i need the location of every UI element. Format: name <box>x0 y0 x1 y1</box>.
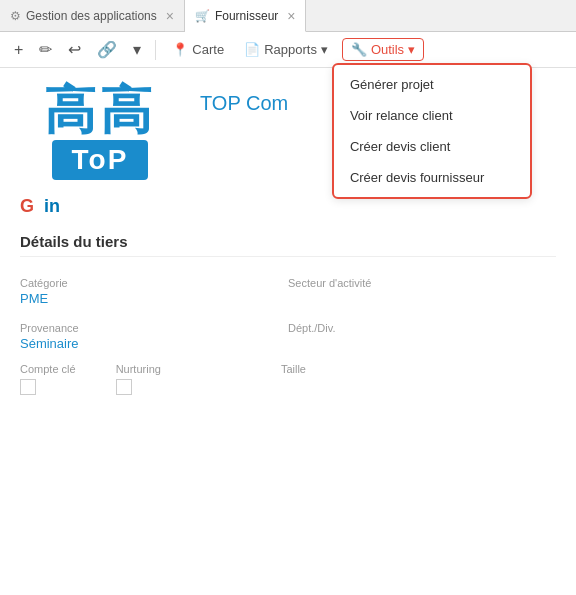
logo-chinese: 高高 <box>44 84 156 136</box>
secteur-label: Secteur d'activité <box>288 277 556 289</box>
carte-icon: 📍 <box>172 42 188 57</box>
outils-icon: 🔧 <box>351 42 367 57</box>
tab-fournisseur[interactable]: 🛒 Fournisseur × <box>185 0 307 32</box>
company-name: TOP Com <box>200 92 288 115</box>
taille-label: Taille <box>281 363 306 375</box>
social-icons: G in <box>20 196 556 217</box>
categorie-label: Catégorie <box>20 277 288 289</box>
compte-cle-checkbox[interactable] <box>20 379 36 395</box>
tab-fournisseur-close[interactable]: × <box>287 8 295 24</box>
taille-field: Taille <box>281 363 306 375</box>
menu-voir-relance[interactable]: Voir relance client <box>334 100 530 131</box>
edit-button[interactable]: ✏ <box>35 38 56 61</box>
menu-generer-projet[interactable]: Générer projet <box>334 69 530 100</box>
rapports-label: Rapports <box>264 42 317 57</box>
details-grid: Catégorie PME Secteur d'activité Provena… <box>20 269 556 359</box>
detail-dept: Dépt./Div. <box>288 314 556 359</box>
logo-top: ToP <box>52 140 149 180</box>
outils-button[interactable]: 🔧 Outils ▾ <box>342 38 424 61</box>
detail-provenance: Provenance Séminaire <box>20 314 288 359</box>
google-icon[interactable]: G <box>20 196 34 217</box>
compte-cle-field: Compte clé <box>20 363 76 395</box>
carte-button[interactable]: 📍 Carte <box>166 40 230 59</box>
detail-categorie: Catégorie PME <box>20 269 288 314</box>
menu-creer-devis-client[interactable]: Créer devis client <box>334 131 530 162</box>
tab-gestion-close[interactable]: × <box>166 8 174 24</box>
linkedin-icon[interactable]: in <box>44 196 60 217</box>
outils-label: Outils <box>371 42 404 57</box>
cart-icon: 🛒 <box>195 9 210 23</box>
gear-icon: ⚙ <box>10 9 21 23</box>
nurturing-checkbox[interactable] <box>116 379 132 395</box>
separator-1 <box>155 40 156 60</box>
nurturing-label: Nurturing <box>116 363 161 375</box>
compte-cle-label: Compte clé <box>20 363 76 375</box>
tab-gestion-label: Gestion des applications <box>26 9 157 23</box>
rapports-icon: 📄 <box>244 42 260 57</box>
attach-button[interactable]: 🔗 <box>93 38 121 61</box>
undo-button[interactable]: ↩ <box>64 38 85 61</box>
details-title: Détails du tiers <box>20 233 556 257</box>
company-info: TOP Com <box>200 84 288 115</box>
add-button[interactable]: + <box>10 39 27 61</box>
rapports-button[interactable]: 📄 Rapports ▾ <box>238 40 334 59</box>
provenance-label: Provenance <box>20 322 288 334</box>
tab-gestion[interactable]: ⚙ Gestion des applications × <box>0 0 185 31</box>
tab-fournisseur-label: Fournisseur <box>215 9 278 23</box>
details-section: Détails du tiers Catégorie PME Secteur d… <box>20 233 556 395</box>
outils-menu: Générer projet Voir relance client Créer… <box>332 63 532 199</box>
carte-label: Carte <box>192 42 224 57</box>
outils-dropdown: 🔧 Outils ▾ Générer projet Voir relance c… <box>342 38 424 61</box>
checkbox-row: Compte clé Nurturing Taille <box>20 363 556 395</box>
tab-bar: ⚙ Gestion des applications × 🛒 Fournisse… <box>0 0 576 32</box>
toolbar: + ✏ ↩ 🔗 ▾ 📍 Carte 📄 Rapports ▾ 🔧 Outils … <box>0 32 576 68</box>
menu-creer-devis-fournisseur[interactable]: Créer devis fournisseur <box>334 162 530 193</box>
rapports-chevron-icon: ▾ <box>321 42 328 57</box>
provenance-value[interactable]: Séminaire <box>20 336 288 351</box>
outils-chevron-icon: ▾ <box>408 42 415 57</box>
categorie-value[interactable]: PME <box>20 291 288 306</box>
dept-label: Dépt./Div. <box>288 322 556 334</box>
nurturing-field: Nurturing <box>116 363 161 395</box>
logo-area: 高高 ToP <box>20 84 180 180</box>
arrow-button[interactable]: ▾ <box>129 38 145 61</box>
detail-secteur: Secteur d'activité <box>288 269 556 314</box>
